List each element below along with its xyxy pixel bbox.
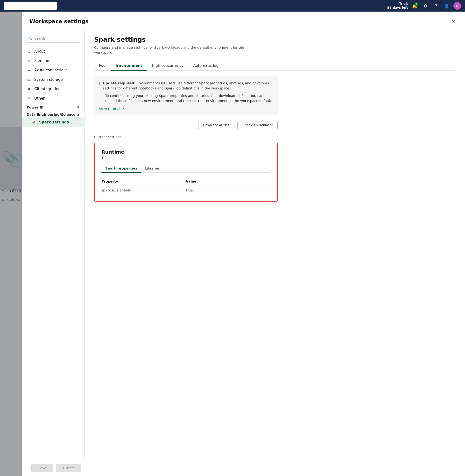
info-icon: ℹ <box>99 81 100 86</box>
page-description: Configure and manage settings for Spark … <box>94 45 263 55</box>
settings-icon[interactable]: ⚙ <box>422 2 429 10</box>
close-button[interactable]: ✕ <box>450 17 457 25</box>
sidebar-item-label: About <box>34 49 45 53</box>
sidebar-item-label: System storage <box>34 77 63 82</box>
sidebar-item-label: Premium <box>34 59 51 63</box>
sidebar-section-powerbi[interactable]: Power BI ▼ <box>22 103 84 110</box>
sidebar-item-premium[interactable]: ◈ Premium <box>22 56 84 65</box>
properties-table: Property Value spark.acls.enabletrue <box>101 177 270 195</box>
top-navigation-bar: Trial: 59 days left 🔔 3 ⚙ ? 👤 U <box>0 0 465 11</box>
search-box[interactable]: 🔍 <box>26 34 80 43</box>
tab-automatic-log[interactable]: Automatic log <box>188 61 223 71</box>
external-link-icon: ↗ <box>121 107 124 111</box>
avatar[interactable]: U <box>454 2 461 10</box>
modal-footer: Save Discard <box>22 460 465 476</box>
about-icon: ℹ <box>27 49 32 53</box>
enable-environment-button[interactable]: Enable environment <box>237 121 278 129</box>
trial-days: 59 days left <box>387 6 408 10</box>
main-content: Spark settings Configure and manage sett… <box>85 29 465 460</box>
chevron-down-icon: ▼ <box>77 106 79 109</box>
banner-header: ℹ Update required. Environments let user… <box>99 81 273 91</box>
page-title: Spark settings <box>94 36 455 43</box>
runtime-title: Runtime <box>101 149 270 155</box>
search-input[interactable] <box>34 36 78 40</box>
inner-tab-libraries[interactable]: Libraries <box>141 164 163 173</box>
banner-text: Update required. Environments let users … <box>103 81 273 91</box>
info-banner: ℹ Update required. Environments let user… <box>94 76 278 115</box>
workspace-settings-modal: Workspace settings ✕ 🔍 ℹ About ◈ Premium… <box>22 11 465 476</box>
value-cell: true <box>186 185 270 195</box>
sidebar-item-azure[interactable]: ☁ Azure connections <box>22 65 84 75</box>
global-search-bar[interactable] <box>4 2 57 10</box>
banner-actions: Download all files Enable environment <box>94 121 278 129</box>
col-header-value: Value <box>186 177 270 185</box>
current-settings-label: Current settings <box>94 135 455 139</box>
sidebar-item-about[interactable]: ℹ About <box>22 47 84 56</box>
banner-bold: Update required. <box>103 81 136 85</box>
sidebar-item-storage[interactable]: ▭ System storage <box>22 75 84 84</box>
tab-high-concurrency[interactable]: High concurrency <box>147 61 189 71</box>
save-button[interactable]: Save <box>32 464 53 472</box>
azure-icon: ☁ <box>27 68 32 72</box>
spark-settings-icon: ⊜ <box>32 120 36 124</box>
sidebar-item-label: Git integration <box>34 87 61 91</box>
storage-icon: ▭ <box>27 77 32 82</box>
view-tutorial-link[interactable]: View tutorial ↗ <box>99 107 124 111</box>
view-tutorial-label: View tutorial <box>99 107 120 111</box>
sidebar-item-label: Other <box>34 96 45 101</box>
download-all-files-button[interactable]: Download all files <box>198 121 235 129</box>
sidebar-item-git[interactable]: ◆ Git integration <box>22 84 84 93</box>
tab-environment[interactable]: Environment <box>111 61 147 71</box>
trial-label: Trial: <box>387 2 408 6</box>
modal-body: 🔍 ℹ About ◈ Premium ☁ Azure connections … <box>22 29 465 460</box>
tab-pool[interactable]: Pool <box>94 61 111 71</box>
git-icon: ◆ <box>27 87 32 91</box>
property-cell: spark.acls.enable <box>101 185 186 195</box>
banner-text2: To continue using your existing Spark pr… <box>99 93 273 103</box>
main-tabs: Pool Environment High concurrency Automa… <box>94 61 455 71</box>
user-profile-icon[interactable]: 👤 <box>443 2 451 10</box>
inner-tab-spark-properties[interactable]: Spark properties <box>101 164 141 173</box>
table-row: spark.acls.enabletrue <box>101 185 270 195</box>
sidebar-item-spark-settings[interactable]: ⊜ Spark settings <box>22 117 84 127</box>
premium-icon: ◈ <box>27 58 32 63</box>
modal-title: Workspace settings <box>30 18 88 24</box>
sidebar-item-other[interactable]: ≡ Other <box>22 93 84 103</box>
discard-button[interactable]: Discard <box>56 464 81 472</box>
notification-badge: 3 <box>414 2 418 6</box>
sidebar-section-dataeng[interactable]: Data Engineering/Science ▲ <box>22 110 84 117</box>
sidebar-item-label: Azure connections <box>34 68 68 72</box>
powerbi-section-label: Power BI <box>27 105 43 109</box>
other-icon: ≡ <box>27 96 32 101</box>
runtime-version: 1.2 <box>101 156 270 160</box>
trial-info: Trial: 59 days left <box>387 2 408 10</box>
search-icon: 🔍 <box>28 36 32 40</box>
sidebar-item-label: Spark settings <box>39 120 69 124</box>
col-header-property: Property <box>101 177 186 185</box>
runtime-box: Runtime 1.2 Spark properties Libraries P… <box>94 143 278 202</box>
inner-tabs: Spark properties Libraries <box>101 164 270 173</box>
sidebar: 🔍 ℹ About ◈ Premium ☁ Azure connections … <box>22 29 85 460</box>
chevron-up-icon: ▲ <box>77 113 79 116</box>
dataeng-section-label: Data Engineering/Science <box>27 113 75 116</box>
help-icon[interactable]: ? <box>432 2 440 10</box>
notification-bell[interactable]: 🔔 3 <box>411 2 419 10</box>
modal-header: Workspace settings ✕ <box>22 11 465 29</box>
